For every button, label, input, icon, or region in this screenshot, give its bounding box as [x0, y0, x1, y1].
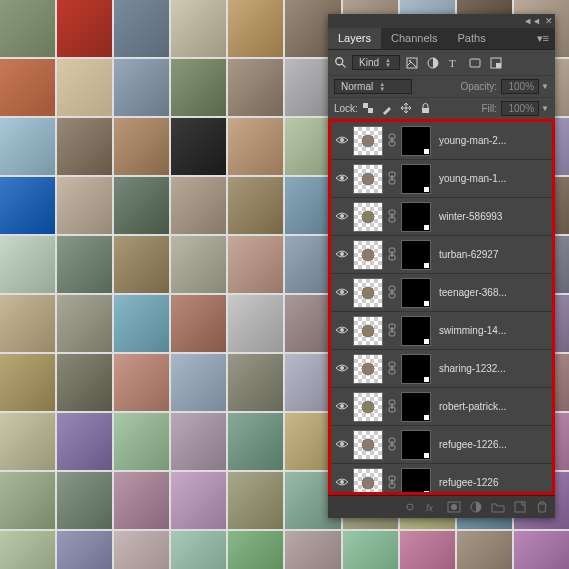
- grid-thumbnail: [114, 0, 169, 57]
- filter-adjustment-icon[interactable]: [426, 56, 440, 70]
- grid-thumbnail: [0, 295, 55, 352]
- visibility-toggle-icon[interactable]: [333, 135, 351, 147]
- visibility-toggle-icon[interactable]: [333, 477, 351, 489]
- visibility-toggle-icon[interactable]: [333, 439, 351, 451]
- layer-mask-thumbnail[interactable]: [401, 354, 431, 384]
- layer-name[interactable]: turban-62927: [433, 249, 550, 260]
- layer-name[interactable]: swimming-14...: [433, 325, 550, 336]
- fx-icon[interactable]: fx: [425, 500, 439, 514]
- lock-row: Lock: Fill: 100% ▼: [328, 97, 555, 119]
- layer-thumbnail[interactable]: [353, 354, 383, 384]
- layers-list[interactable]: young-man-2...young-man-1...winter-58699…: [331, 122, 552, 492]
- grid-thumbnail: [0, 59, 55, 116]
- layer-mask-thumbnail[interactable]: [401, 316, 431, 346]
- svg-rect-9: [363, 103, 368, 108]
- tab-layers[interactable]: Layers: [328, 28, 381, 49]
- layer-mask-thumbnail[interactable]: [401, 240, 431, 270]
- visibility-toggle-icon[interactable]: [333, 401, 351, 413]
- grid-thumbnail: [57, 236, 112, 293]
- grid-thumbnail: [114, 472, 169, 529]
- link-layers-icon[interactable]: [403, 500, 417, 514]
- visibility-toggle-icon[interactable]: [333, 173, 351, 185]
- visibility-toggle-icon[interactable]: [333, 363, 351, 375]
- layer-thumbnail[interactable]: [353, 202, 383, 232]
- opacity-value[interactable]: 100%: [501, 79, 539, 94]
- filter-kind-select[interactable]: Kind▲▼: [334, 55, 400, 70]
- layer-mask-thumbnail[interactable]: [401, 126, 431, 156]
- adjustment-layer-icon[interactable]: [469, 500, 483, 514]
- visibility-toggle-icon[interactable]: [333, 287, 351, 299]
- blend-mode-select[interactable]: Normal▲▼: [334, 79, 412, 94]
- fill-value[interactable]: 100%: [501, 101, 539, 116]
- grid-thumbnail: [0, 354, 55, 411]
- filter-shape-icon[interactable]: [468, 56, 482, 70]
- tab-channels[interactable]: Channels: [381, 28, 447, 49]
- grid-thumbnail: [114, 177, 169, 234]
- layer-thumbnail[interactable]: [353, 392, 383, 422]
- lock-all-icon[interactable]: [419, 102, 432, 115]
- grid-thumbnail: [57, 177, 112, 234]
- layer-thumbnail[interactable]: [353, 164, 383, 194]
- close-icon[interactable]: ✕: [545, 16, 553, 26]
- opacity-dropdown-icon[interactable]: ▼: [541, 82, 549, 91]
- layer-name[interactable]: refugee-1226...: [433, 439, 550, 450]
- svg-text:fx: fx: [426, 503, 434, 513]
- filter-pixel-icon[interactable]: [405, 56, 419, 70]
- layer-row[interactable]: young-man-2...: [331, 122, 552, 160]
- layer-mask-thumbnail[interactable]: [401, 430, 431, 460]
- layer-name[interactable]: young-man-1...: [433, 173, 550, 184]
- visibility-toggle-icon[interactable]: [333, 249, 351, 261]
- layer-thumbnail[interactable]: [353, 430, 383, 460]
- layer-row[interactable]: winter-586993: [331, 198, 552, 236]
- layer-name[interactable]: teenager-368...: [433, 287, 550, 298]
- layer-row[interactable]: sharing-1232...: [331, 350, 552, 388]
- layer-row[interactable]: refugee-1226: [331, 464, 552, 492]
- layer-thumbnail[interactable]: [353, 316, 383, 346]
- visibility-toggle-icon[interactable]: [333, 211, 351, 223]
- layer-row[interactable]: teenager-368...: [331, 274, 552, 312]
- grid-thumbnail: [228, 59, 283, 116]
- layer-thumbnail[interactable]: [353, 468, 383, 493]
- layer-row[interactable]: refugee-1226...: [331, 426, 552, 464]
- layer-mask-thumbnail[interactable]: [401, 278, 431, 308]
- visibility-toggle-icon[interactable]: [333, 325, 351, 337]
- search-icon: [334, 56, 348, 70]
- layer-mask-thumbnail[interactable]: [401, 392, 431, 422]
- layer-thumbnail[interactable]: [353, 278, 383, 308]
- layer-name[interactable]: young-man-2...: [433, 135, 550, 146]
- layer-name[interactable]: winter-586993: [433, 211, 550, 222]
- lock-pixels-icon[interactable]: [381, 102, 394, 115]
- layer-row[interactable]: young-man-1...: [331, 160, 552, 198]
- fill-dropdown-icon[interactable]: ▼: [541, 104, 549, 113]
- svg-text:T: T: [449, 57, 456, 69]
- delete-icon[interactable]: [535, 500, 549, 514]
- layer-row[interactable]: robert-patrick...: [331, 388, 552, 426]
- mask-icon[interactable]: [447, 500, 461, 514]
- grid-thumbnail: [0, 531, 55, 569]
- layer-thumbnail[interactable]: [353, 240, 383, 270]
- new-layer-icon[interactable]: [513, 500, 527, 514]
- layer-mask-thumbnail[interactable]: [401, 202, 431, 232]
- filter-type-icon[interactable]: T: [447, 56, 461, 70]
- layer-row[interactable]: swimming-14...: [331, 312, 552, 350]
- grid-thumbnail: [228, 472, 283, 529]
- group-icon[interactable]: [491, 500, 505, 514]
- layer-mask-thumbnail[interactable]: [401, 164, 431, 194]
- grid-thumbnail: [57, 118, 112, 175]
- layer-mask-thumbnail[interactable]: [401, 468, 431, 493]
- tab-paths[interactable]: Paths: [448, 28, 496, 49]
- layer-thumbnail[interactable]: [353, 126, 383, 156]
- filter-smartobject-icon[interactable]: [489, 56, 503, 70]
- svg-point-32: [340, 328, 344, 332]
- layer-name[interactable]: robert-patrick...: [433, 401, 550, 412]
- layer-name[interactable]: refugee-1226: [433, 477, 550, 488]
- panel-menu-icon[interactable]: ▾≡: [531, 28, 555, 49]
- lock-transparency-icon[interactable]: [362, 102, 375, 115]
- link-icon: [385, 209, 399, 225]
- lock-position-icon[interactable]: [400, 102, 413, 115]
- layer-row[interactable]: turban-62927: [331, 236, 552, 274]
- grid-thumbnail: [57, 472, 112, 529]
- layer-name[interactable]: sharing-1232...: [433, 363, 550, 374]
- collapse-icon[interactable]: ◄◄: [523, 16, 541, 26]
- grid-thumbnail: [0, 0, 55, 57]
